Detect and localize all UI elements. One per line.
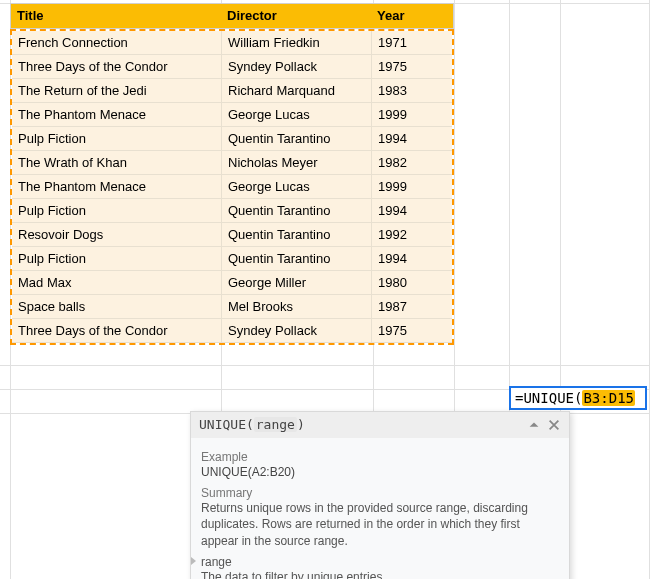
cell-year[interactable]: 1994 — [372, 247, 452, 271]
cell-director[interactable]: George Lucas — [222, 103, 372, 127]
cell-year[interactable]: 1999 — [372, 103, 452, 127]
cell-year[interactable]: 1987 — [372, 295, 452, 319]
cell-director[interactable]: Syndey Pollack — [222, 319, 372, 343]
header-year[interactable]: Year — [371, 4, 451, 28]
cell-title[interactable]: The Phantom Menace — [12, 103, 222, 127]
cell-title[interactable]: Pulp Fiction — [12, 127, 222, 151]
header-director[interactable]: Director — [221, 4, 371, 28]
table-row[interactable]: Pulp FictionQuentin Tarantino1994 — [12, 199, 452, 223]
cell-director[interactable]: Nicholas Meyer — [222, 151, 372, 175]
cell-title[interactable]: The Return of the Jedi — [12, 79, 222, 103]
cell-title[interactable]: Resovoir Dogs — [12, 223, 222, 247]
table-row[interactable]: Pulp FictionQuentin Tarantino1994 — [12, 127, 452, 151]
cell-year[interactable]: 1975 — [372, 55, 452, 79]
close-icon[interactable] — [547, 418, 561, 432]
selected-range[interactable]: French ConnectionWilliam Friedkin1971Thr… — [10, 29, 454, 345]
tooltip-signature-close: ) — [297, 417, 305, 432]
table-row[interactable]: French ConnectionWilliam Friedkin1971 — [12, 31, 452, 55]
data-table: Title Director Year French ConnectionWil… — [10, 3, 454, 345]
cell-title[interactable]: French Connection — [12, 31, 222, 55]
cell-director[interactable]: Quentin Tarantino — [222, 247, 372, 271]
tooltip-signature-fn: UNIQUE( — [199, 417, 254, 432]
cell-year[interactable]: 1982 — [372, 151, 452, 175]
formula-range-token: B3:D15 — [582, 390, 635, 406]
tooltip-range-label: range — [201, 555, 559, 569]
tooltip-summary-text: Returns unique rows in the provided sour… — [201, 500, 559, 549]
cell-year[interactable]: 1999 — [372, 175, 452, 199]
table-row[interactable]: Mad MaxGeorge Miller1980 — [12, 271, 452, 295]
cell-year[interactable]: 1994 — [372, 127, 452, 151]
cell-year[interactable]: 1992 — [372, 223, 452, 247]
table-header-row: Title Director Year — [10, 3, 454, 29]
chevron-right-icon — [191, 557, 196, 565]
cell-director[interactable]: Mel Brooks — [222, 295, 372, 319]
cell-title[interactable]: Mad Max — [12, 271, 222, 295]
formula-prefix: =UNIQUE( — [515, 390, 582, 406]
cell-title[interactable]: The Phantom Menace — [12, 175, 222, 199]
cell-title[interactable]: Pulp Fiction — [12, 247, 222, 271]
cell-director[interactable]: George Miller — [222, 271, 372, 295]
table-row[interactable]: The Return of the JediRichard Marquand19… — [12, 79, 452, 103]
formula-input-cell[interactable]: =UNIQUE(B3:D15 — [509, 386, 647, 410]
tooltip-range-text: The data to filter by unique entries. — [201, 569, 559, 579]
table-row[interactable]: The Phantom MenaceGeorge Lucas1999 — [12, 103, 452, 127]
table-row[interactable]: Resovoir DogsQuentin Tarantino1992 — [12, 223, 452, 247]
formula-help-tooltip: UNIQUE(range) Example UNIQUE(A2:B20) Sum… — [190, 411, 570, 579]
cell-director[interactable]: Quentin Tarantino — [222, 127, 372, 151]
cell-year[interactable]: 1994 — [372, 199, 452, 223]
tooltip-summary-label: Summary — [201, 486, 559, 500]
cell-director[interactable]: Richard Marquand — [222, 79, 372, 103]
table-row[interactable]: Three Days of the CondorSyndey Pollack19… — [12, 55, 452, 79]
cell-director[interactable]: Quentin Tarantino — [222, 199, 372, 223]
cell-title[interactable]: Space balls — [12, 295, 222, 319]
cell-year[interactable]: 1983 — [372, 79, 452, 103]
tooltip-signature-param: range — [254, 417, 297, 432]
cell-title[interactable]: Three Days of the Condor — [12, 55, 222, 79]
table-row[interactable]: Three Days of the CondorSyndey Pollack19… — [12, 319, 452, 343]
collapse-icon[interactable] — [527, 418, 541, 432]
table-row[interactable]: The Wrath of KhanNicholas Meyer1982 — [12, 151, 452, 175]
cell-year[interactable]: 1971 — [372, 31, 452, 55]
table-row[interactable]: Space ballsMel Brooks1987 — [12, 295, 452, 319]
cell-director[interactable]: William Friedkin — [222, 31, 372, 55]
table-row[interactable]: Pulp FictionQuentin Tarantino1994 — [12, 247, 452, 271]
cell-year[interactable]: 1975 — [372, 319, 452, 343]
cell-title[interactable]: The Wrath of Khan — [12, 151, 222, 175]
cell-title[interactable]: Pulp Fiction — [12, 199, 222, 223]
header-title[interactable]: Title — [11, 4, 221, 28]
table-row[interactable]: The Phantom MenaceGeorge Lucas1999 — [12, 175, 452, 199]
tooltip-header: UNIQUE(range) — [191, 412, 569, 438]
tooltip-example-text: UNIQUE(A2:B20) — [201, 464, 559, 480]
tooltip-example-label: Example — [201, 450, 559, 464]
cell-director[interactable]: George Lucas — [222, 175, 372, 199]
cell-director[interactable]: Syndey Pollack — [222, 55, 372, 79]
cell-director[interactable]: Quentin Tarantino — [222, 223, 372, 247]
cell-year[interactable]: 1980 — [372, 271, 452, 295]
cell-title[interactable]: Three Days of the Condor — [12, 319, 222, 343]
